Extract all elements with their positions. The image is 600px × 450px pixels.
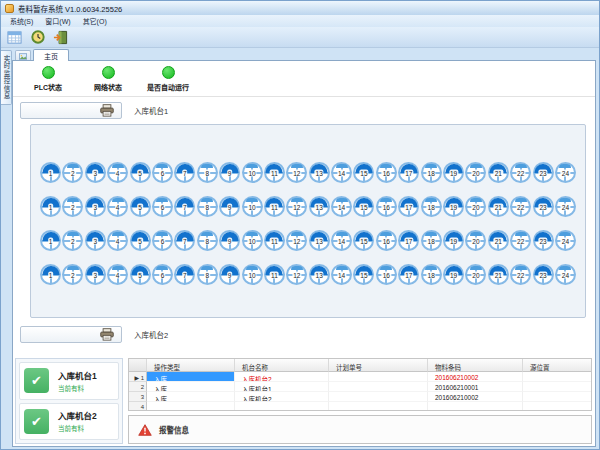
slot-circle-4[interactable]: 4 — [107, 264, 128, 285]
side-dock-tab[interactable]: 实时监控信息 — [1, 50, 12, 105]
slot-circle-12[interactable]: 12 — [286, 230, 307, 251]
slot-circle-23[interactable]: 23 — [533, 264, 554, 285]
machine2-print-bar[interactable] — [20, 326, 122, 343]
slot-circle-18[interactable]: 18 — [421, 230, 442, 251]
cell-plan-row1[interactable] — [329, 372, 428, 382]
slot-circle-11[interactable]: 11 — [264, 264, 285, 285]
slot-circle-4[interactable]: 4 — [107, 196, 128, 217]
slot-circle-15[interactable]: 15 — [353, 162, 374, 183]
slot-circle-1[interactable]: 1 — [40, 162, 61, 183]
slot-circle-21[interactable]: 21 — [488, 230, 509, 251]
slot-circle-22[interactable]: 22 — [510, 264, 531, 285]
slot-circle-19[interactable]: 19 — [443, 264, 464, 285]
cell-barcode-row1[interactable]: 201606210002 — [428, 372, 523, 382]
exit-door-icon[interactable] — [51, 28, 70, 46]
slot-circle-14[interactable]: 14 — [331, 162, 352, 183]
slot-circle-6[interactable]: 6 — [152, 230, 173, 251]
slot-circle-12[interactable]: 12 — [286, 196, 307, 217]
slot-circle-20[interactable]: 20 — [465, 230, 486, 251]
slot-circle-11[interactable]: 11 — [264, 230, 285, 251]
slot-circle-24[interactable]: 24 — [555, 196, 576, 217]
cell-machine-row2[interactable]: 入库机台1 — [235, 382, 329, 392]
slot-circle-15[interactable]: 15 — [353, 230, 374, 251]
slot-circle-24[interactable]: 24 — [555, 264, 576, 285]
slot-circle-3[interactable]: 3 — [85, 162, 106, 183]
slot-circle-18[interactable]: 18 — [421, 264, 442, 285]
slot-circle-3[interactable]: 3 — [85, 230, 106, 251]
slot-circle-13[interactable]: 13 — [309, 196, 330, 217]
clock-icon[interactable] — [28, 28, 47, 46]
slot-circle-5[interactable]: 5 — [130, 264, 151, 285]
machine1-status-card[interactable]: ✔ 入库机台1 当前有料 — [19, 362, 119, 400]
slot-circle-8[interactable]: 8 — [197, 264, 218, 285]
cell-plan-row3[interactable] — [329, 392, 428, 402]
column-header-2[interactable]: 计划单号 — [329, 359, 428, 372]
slot-circle-20[interactable]: 20 — [465, 264, 486, 285]
slot-circle-17[interactable]: 17 — [398, 162, 419, 183]
slot-circle-13[interactable]: 13 — [309, 264, 330, 285]
slot-circle-7[interactable]: 7 — [174, 162, 195, 183]
slot-circle-9[interactable]: 9 — [219, 162, 240, 183]
slot-circle-16[interactable]: 16 — [376, 162, 397, 183]
slot-circle-23[interactable]: 23 — [533, 230, 554, 251]
slot-circle-18[interactable]: 18 — [421, 162, 442, 183]
cell-op-row3[interactable]: 入库 — [147, 392, 235, 402]
slot-circle-10[interactable]: 10 — [242, 162, 263, 183]
slot-circle-16[interactable]: 16 — [376, 230, 397, 251]
slot-circle-5[interactable]: 5 — [130, 196, 151, 217]
cell-machine-row1[interactable]: 入库机台2 — [235, 372, 329, 382]
slot-circle-10[interactable]: 10 — [242, 196, 263, 217]
slot-circle-6[interactable]: 6 — [152, 162, 173, 183]
slot-circle-17[interactable]: 17 — [398, 230, 419, 251]
slot-circle-17[interactable]: 17 — [398, 264, 419, 285]
slot-circle-23[interactable]: 23 — [533, 162, 554, 183]
slot-circle-16[interactable]: 16 — [376, 264, 397, 285]
cell-plan-row4[interactable] — [329, 402, 428, 411]
cell-barcode-row4[interactable] — [428, 402, 523, 411]
slot-circle-20[interactable]: 20 — [465, 162, 486, 183]
slot-circle-3[interactable]: 3 — [85, 264, 106, 285]
cell-barcode-row3[interactable]: 201606210002 — [428, 392, 523, 402]
slot-circle-7[interactable]: 7 — [174, 196, 195, 217]
slot-circle-9[interactable]: 9 — [219, 264, 240, 285]
menu-system[interactable]: 系统(S) — [6, 16, 41, 26]
slot-circle-8[interactable]: 8 — [197, 162, 218, 183]
slot-circle-16[interactable]: 16 — [376, 196, 397, 217]
cell-plan-row2[interactable] — [329, 382, 428, 392]
column-header-4[interactable]: 源位置 — [523, 359, 592, 372]
slot-circle-6[interactable]: 6 — [152, 196, 173, 217]
slot-circle-10[interactable]: 10 — [242, 264, 263, 285]
cell-source-row3[interactable] — [523, 392, 592, 402]
row-gutter-2[interactable]: 2 — [129, 382, 147, 392]
column-header-0[interactable]: 操作类型 — [147, 359, 235, 372]
slot-circle-2[interactable]: 2 — [62, 230, 83, 251]
slot-circle-19[interactable]: 19 — [443, 162, 464, 183]
slot-circle-1[interactable]: 1 — [40, 196, 61, 217]
slot-circle-2[interactable]: 2 — [62, 162, 83, 183]
slot-circle-4[interactable]: 4 — [107, 230, 128, 251]
slot-circle-21[interactable]: 21 — [488, 264, 509, 285]
cell-op-row2[interactable]: 入库 — [147, 382, 235, 392]
calendar-icon[interactable] — [5, 28, 24, 46]
slot-circle-23[interactable]: 23 — [533, 196, 554, 217]
slot-circle-17[interactable]: 17 — [398, 196, 419, 217]
slot-circle-11[interactable]: 11 — [264, 162, 285, 183]
slot-circle-22[interactable]: 22 — [510, 230, 531, 251]
slot-circle-20[interactable]: 20 — [465, 196, 486, 217]
slot-circle-3[interactable]: 3 — [85, 196, 106, 217]
slot-circle-13[interactable]: 13 — [309, 230, 330, 251]
menu-window[interactable]: 窗口(W) — [41, 16, 78, 26]
cell-machine-row4[interactable] — [235, 402, 329, 411]
slot-circle-11[interactable]: 11 — [264, 196, 285, 217]
machine1-print-bar[interactable] — [20, 102, 122, 119]
cell-source-row4[interactable] — [523, 402, 592, 411]
slot-circle-19[interactable]: 19 — [443, 230, 464, 251]
slot-circle-21[interactable]: 21 — [488, 196, 509, 217]
slot-circle-13[interactable]: 13 — [309, 162, 330, 183]
machine2-status-card[interactable]: ✔ 入库机台2 当前有料 — [19, 403, 119, 441]
slot-circle-10[interactable]: 10 — [242, 230, 263, 251]
slot-circle-2[interactable]: 2 — [62, 196, 83, 217]
slot-circle-2[interactable]: 2 — [62, 264, 83, 285]
row-gutter-4[interactable]: 4 — [129, 402, 147, 411]
slot-circle-12[interactable]: 12 — [286, 264, 307, 285]
